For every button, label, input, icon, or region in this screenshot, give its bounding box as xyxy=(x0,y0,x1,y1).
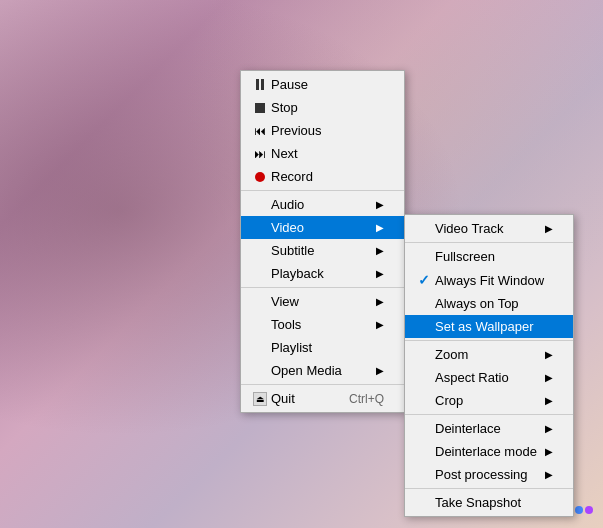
submenu-alwaysfit-label: Always Fit Window xyxy=(435,273,553,288)
menu-item-audio[interactable]: Audio ▶ xyxy=(241,193,404,216)
separator-1 xyxy=(241,190,404,191)
submenu-deinterlace-label: Deinterlace xyxy=(435,421,537,436)
submenu-alwaysontop-label: Always on Top xyxy=(435,296,553,311)
video-submenu: Video Track ▶ Fullscreen ✓ Always Fit Wi… xyxy=(404,214,574,517)
menu-item-playback-label: Playback xyxy=(271,266,368,281)
view-submenu-arrow: ▶ xyxy=(376,296,384,307)
submenu-aspectratio-label: Aspect Ratio xyxy=(435,370,537,385)
menu-item-quit[interactable]: ⏏ Quit Ctrl+Q xyxy=(241,387,404,410)
menu-item-video[interactable]: Video ▶ xyxy=(241,216,404,239)
submenu-alwaysfit[interactable]: ✓ Always Fit Window xyxy=(405,268,573,292)
menu-item-playlist-label: Playlist xyxy=(271,340,384,355)
vsep4 xyxy=(405,488,573,489)
vsep1 xyxy=(405,242,573,243)
menu-item-view-label: View xyxy=(271,294,368,309)
submenu-aspectratio[interactable]: Aspect Ratio ▶ xyxy=(405,366,573,389)
next-icon: ⏭ xyxy=(249,147,271,161)
menu-item-subtitle-label: Subtitle xyxy=(271,243,368,258)
menu-item-record-label: Record xyxy=(271,169,384,184)
submenu-zoom-label: Zoom xyxy=(435,347,537,362)
subtitle-submenu-arrow: ▶ xyxy=(376,245,384,256)
menu-item-video-container: Video ▶ Video Track ▶ Fullscreen ✓ xyxy=(241,216,404,239)
submenu-wallpaper[interactable]: Set as Wallpaper xyxy=(405,315,573,338)
menu-item-previous[interactable]: ⏮ Previous xyxy=(241,119,404,142)
menu-item-tools[interactable]: Tools ▶ xyxy=(241,313,404,336)
video-submenu-arrow: ▶ xyxy=(376,222,384,233)
submenu-deinterlace[interactable]: Deinterlace ▶ xyxy=(405,417,573,440)
context-menu: Pause Stop ⏮ Previous ⏭ Next Record Audi… xyxy=(240,70,405,413)
submenu-fullscreen[interactable]: Fullscreen xyxy=(405,245,573,268)
quit-icon: ⏏ xyxy=(249,392,271,406)
playback-submenu-arrow: ▶ xyxy=(376,268,384,279)
submenu-fullscreen-label: Fullscreen xyxy=(435,249,553,264)
submenu-takesnapshot[interactable]: Take Snapshot xyxy=(405,491,573,514)
separator-2 xyxy=(241,287,404,288)
submenu-deinterlacemode-label: Deinterlace mode xyxy=(435,444,537,459)
submenu-postprocessing[interactable]: Post processing ▶ xyxy=(405,463,573,486)
zoom-arrow: ▶ xyxy=(545,349,553,360)
submenu-zoom[interactable]: Zoom ▶ xyxy=(405,343,573,366)
submenu-postprocessing-label: Post processing xyxy=(435,467,537,482)
tools-submenu-arrow: ▶ xyxy=(376,319,384,330)
vsep3 xyxy=(405,414,573,415)
aspectratio-arrow: ▶ xyxy=(545,372,553,383)
pause-icon xyxy=(249,79,271,90)
submenu-takesnapshot-label: Take Snapshot xyxy=(435,495,553,510)
dot-4 xyxy=(575,506,583,514)
menu-item-openmedia[interactable]: Open Media ▶ xyxy=(241,359,404,382)
menu-item-previous-label: Previous xyxy=(271,123,384,138)
menu-item-stop-label: Stop xyxy=(271,100,384,115)
submenu-videotrack[interactable]: Video Track ▶ xyxy=(405,217,573,240)
menu-item-quit-label: Quit xyxy=(271,391,329,406)
dot-5 xyxy=(585,506,593,514)
menu-item-playlist[interactable]: Playlist xyxy=(241,336,404,359)
submenu-videotrack-label: Video Track xyxy=(435,221,537,236)
menu-item-record[interactable]: Record xyxy=(241,165,404,188)
menu-item-subtitle[interactable]: Subtitle ▶ xyxy=(241,239,404,262)
menu-item-video-label: Video xyxy=(271,220,368,235)
stop-icon xyxy=(249,103,271,113)
menu-item-quit-shortcut: Ctrl+Q xyxy=(349,392,384,406)
crop-arrow: ▶ xyxy=(545,395,553,406)
submenu-wallpaper-label: Set as Wallpaper xyxy=(435,319,553,334)
deinterlace-arrow: ▶ xyxy=(545,423,553,434)
menu-item-next-label: Next xyxy=(271,146,384,161)
alwaysfit-check-icon: ✓ xyxy=(413,272,435,288)
menu-item-pause-label: Pause xyxy=(271,77,384,92)
record-icon xyxy=(249,172,271,182)
prev-icon: ⏮ xyxy=(249,124,271,138)
menu-item-audio-label: Audio xyxy=(271,197,368,212)
audio-submenu-arrow: ▶ xyxy=(376,199,384,210)
menu-item-stop[interactable]: Stop xyxy=(241,96,404,119)
menu-item-next[interactable]: ⏭ Next xyxy=(241,142,404,165)
separator-3 xyxy=(241,384,404,385)
menu-item-openmedia-label: Open Media xyxy=(271,363,368,378)
submenu-crop[interactable]: Crop ▶ xyxy=(405,389,573,412)
videotrack-arrow: ▶ xyxy=(545,223,553,234)
menu-item-view[interactable]: View ▶ xyxy=(241,290,404,313)
menu-item-tools-label: Tools xyxy=(271,317,368,332)
submenu-alwaysontop[interactable]: Always on Top xyxy=(405,292,573,315)
deinterlacemode-arrow: ▶ xyxy=(545,446,553,457)
openmedia-submenu-arrow: ▶ xyxy=(376,365,384,376)
vsep2 xyxy=(405,340,573,341)
submenu-deinterlacemode[interactable]: Deinterlace mode ▶ xyxy=(405,440,573,463)
menu-item-playback[interactable]: Playback ▶ xyxy=(241,262,404,285)
submenu-crop-label: Crop xyxy=(435,393,537,408)
menu-item-pause[interactable]: Pause xyxy=(241,73,404,96)
postprocessing-arrow: ▶ xyxy=(545,469,553,480)
